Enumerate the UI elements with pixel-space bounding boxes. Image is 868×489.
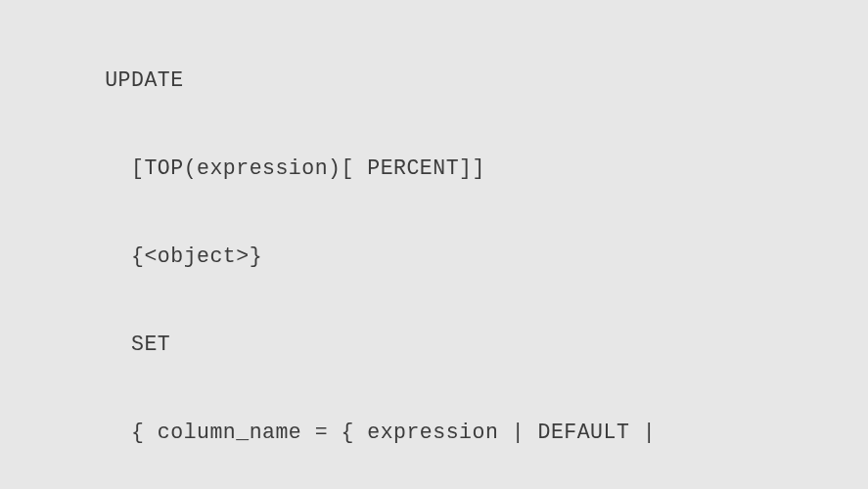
code-line: UPDATE	[0, 59, 868, 103]
code-line: {<object>}	[0, 235, 868, 279]
sql-syntax-block: UPDATE [TOP(expression)[ PERCENT]] {<obj…	[0, 0, 868, 489]
code-line: { column_name = { expression | DEFAULT |	[0, 411, 868, 455]
code-line: [TOP(expression)[ PERCENT]]	[0, 147, 868, 191]
code-line: SET	[0, 323, 868, 367]
